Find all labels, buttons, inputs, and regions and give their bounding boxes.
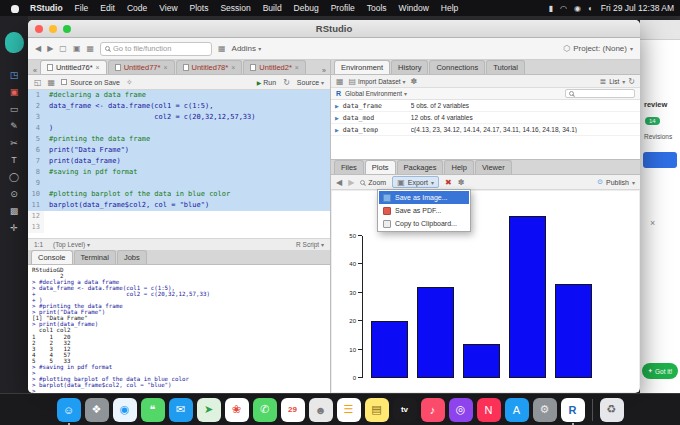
project-selector[interactable]: ⬡Project: (None)▾	[563, 44, 633, 53]
dock-calendar-icon[interactable]: 29	[281, 398, 305, 422]
menubar-item-profile[interactable]: Profile	[325, 3, 361, 13]
magic-wand-icon[interactable]: ✧	[126, 78, 133, 87]
dock-news-icon[interactable]: N	[477, 398, 501, 422]
code-line[interactable]: 1#declaring a data frame	[28, 90, 330, 101]
menubar-item-help[interactable]: Help	[435, 3, 464, 13]
back-icon[interactable]: ◀	[35, 44, 41, 53]
shape-tool-icon[interactable]: ▣	[0, 83, 28, 100]
dock-settings-icon[interactable]: ⚙	[533, 398, 557, 422]
menubar-item-view[interactable]: View	[153, 3, 183, 13]
filetype-selector[interactable]: R Script ▾	[296, 241, 324, 248]
environment-object-row[interactable]: ▶data_mod12 obs. of 4 variables	[331, 112, 640, 124]
environment-object-row[interactable]: ▶data_frame5 obs. of 2 variables	[331, 100, 640, 112]
dock-contacts-icon[interactable]: ☻	[309, 398, 333, 422]
source-tab-untitled2[interactable]: Untitled2*×	[243, 60, 306, 74]
console-tab-jobs[interactable]: Jobs	[117, 250, 147, 264]
dock-maps-icon[interactable]: ➤	[197, 398, 221, 422]
text-tool-icon[interactable]: T	[0, 151, 28, 168]
dock-podcasts-icon[interactable]: ◎	[449, 398, 473, 422]
window-titlebar[interactable]: RStudio	[28, 20, 640, 38]
goto-file-input[interactable]: Go to file/function	[100, 42, 212, 56]
global-environment-selector[interactable]: Global Environment ▾	[345, 90, 407, 97]
code-line[interactable]: 12	[28, 211, 330, 222]
dock-app-store-icon[interactable]: A	[505, 398, 529, 422]
tab-packages[interactable]: Packages	[397, 160, 444, 174]
dock-facetime-icon[interactable]: ✆	[253, 398, 277, 422]
addins-button[interactable]: Addins ▾	[232, 44, 262, 53]
code-line[interactable]: 4)	[28, 123, 330, 134]
console-tab-console[interactable]: Console	[31, 250, 73, 264]
tab-tutorial[interactable]: Tutorial	[486, 60, 525, 74]
code-line[interactable]: 8#saving in pdf format	[28, 167, 330, 178]
console-output[interactable]: RStudioGD 2 > #declaring a data frame> d…	[28, 265, 330, 393]
popout-icon[interactable]: ◱	[34, 78, 42, 87]
tab-connections[interactable]: Connections	[429, 60, 485, 74]
menubar-item-build[interactable]: Build	[257, 3, 288, 13]
code-line[interactable]: 11barplot(data_frame$col2, col = "blue")	[28, 200, 330, 211]
tab-environment[interactable]: Environment	[334, 60, 390, 74]
export-menu-item[interactable]: Save as PDF...	[379, 204, 469, 217]
code-line[interactable]: 5#printing the data frame	[28, 134, 330, 145]
menubar-item-file[interactable]: File	[69, 3, 95, 13]
tab-files[interactable]: Files	[334, 160, 364, 174]
artboard-tool-icon[interactable]: ◳	[0, 66, 28, 83]
apple-menu-icon[interactable]	[11, 4, 19, 13]
dock-launchpad-icon[interactable]: ❖	[85, 398, 109, 422]
menubar-item-window[interactable]: Window	[393, 3, 435, 13]
dock-mail-icon[interactable]: ✉	[169, 398, 193, 422]
plot-forward-icon[interactable]: ▶	[348, 178, 354, 187]
menubar-item-debug[interactable]: Debug	[288, 3, 325, 13]
save-workspace-icon[interactable]: ▦	[336, 77, 344, 86]
console-tab-terminal[interactable]: Terminal	[74, 250, 116, 264]
code-line[interactable]: 6print("Data Frame")	[28, 145, 330, 156]
dock-tv-icon[interactable]: tv	[393, 398, 417, 422]
tab-help[interactable]: Help	[444, 160, 473, 174]
move-tool-icon[interactable]: ✛	[0, 219, 28, 236]
source-tab-untitled76[interactable]: Untitled76*×	[40, 60, 107, 74]
close-tab-icon[interactable]: ×	[163, 64, 167, 71]
env-list-view-selector[interactable]: ≣List▾↻	[599, 77, 635, 86]
clear-workspace-broom-icon[interactable]: ✽	[410, 77, 417, 86]
code-line[interactable]: 2data_frame <- data.frame(col1 = c(1:5),	[28, 101, 330, 112]
tab-viewer[interactable]: Viewer	[475, 160, 512, 174]
save-source-icon[interactable]: ▦	[48, 78, 56, 87]
expand-icon[interactable]: ▶	[335, 115, 339, 121]
menubar-clock[interactable]: Fri 29 Jul 12:38 AM	[601, 3, 674, 13]
forward-icon[interactable]: ▶	[47, 44, 53, 53]
code-line[interactable]: 9	[28, 178, 330, 189]
wifi-icon[interactable]: ◠	[560, 4, 567, 13]
menubar-item-tools[interactable]: Tools	[361, 3, 393, 13]
dock-music-icon[interactable]: ♪	[421, 398, 445, 422]
code-line[interactable]: 13	[28, 222, 330, 233]
publish-button[interactable]: ⊙Publish▾	[597, 178, 635, 186]
source-tab-untitled78[interactable]: Untitled78*×	[176, 60, 243, 74]
dock-trash-icon[interactable]: ♻	[600, 398, 624, 422]
scope-selector[interactable]: (Top Level) ▾	[53, 241, 90, 248]
clear-plots-broom-icon[interactable]: ✽	[458, 178, 465, 187]
close-tab-icon[interactable]: ×	[231, 64, 235, 71]
source-button[interactable]: Source ▾	[297, 79, 324, 86]
remove-plot-icon[interactable]: ✖	[445, 178, 452, 187]
tab-history[interactable]: History	[391, 60, 428, 74]
battery-icon[interactable]: ▮	[549, 4, 553, 13]
code-line[interactable]: 10#plotting barplot of the data in blue …	[28, 189, 330, 200]
grid-tool-icon[interactable]: ▩	[0, 202, 28, 219]
dock-messages-icon[interactable]: ❝	[141, 398, 165, 422]
menubar-item-plots[interactable]: Plots	[184, 3, 215, 13]
menubar-item-session[interactable]: Session	[214, 3, 256, 13]
close-tab-icon[interactable]: ×	[96, 64, 100, 71]
export-menu-item[interactable]: Copy to Clipboard...	[379, 217, 469, 230]
tabs-scroll-left-icon[interactable]: «	[31, 67, 39, 74]
plot-back-icon[interactable]: ◀	[336, 178, 342, 187]
zoom-button[interactable]: Zoom	[360, 179, 386, 186]
rect-tool-icon[interactable]: ▭	[0, 100, 28, 117]
dock-notes-icon[interactable]: ▤	[365, 398, 389, 422]
dock-finder-icon[interactable]: ☺	[57, 398, 81, 422]
dock-reminders-icon[interactable]: ☰	[337, 398, 361, 422]
scissors-tool-icon[interactable]: ✂	[0, 134, 28, 151]
code-editor[interactable]: 1#declaring a data frame2data_frame <- d…	[28, 90, 330, 238]
open-file-icon[interactable]: ▣	[73, 44, 81, 53]
background-blue-button[interactable]	[643, 152, 677, 168]
rerun-icon[interactable]: ↻	[283, 78, 290, 87]
tab-plots[interactable]: Plots	[365, 160, 396, 174]
